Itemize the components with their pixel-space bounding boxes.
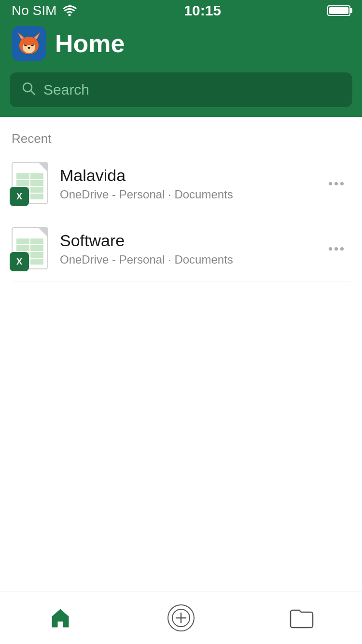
recent-section-label: Recent (12, 131, 350, 146)
doc-cell (16, 173, 29, 179)
tab-open[interactable] (241, 607, 362, 629)
battery-fill (329, 7, 348, 14)
doc-corner (39, 163, 47, 171)
carrier-text: No SIM (12, 3, 56, 18)
doc-cell (30, 194, 43, 199)
excel-file-icon: X (12, 227, 48, 269)
file-icon-malavida: X (12, 162, 50, 205)
doc-corner (39, 228, 47, 237)
file-name: Malavida (60, 166, 312, 185)
excel-badge: X (10, 187, 29, 206)
excel-file-icon: X (12, 162, 48, 204)
three-dots-icon (329, 182, 344, 185)
status-right (327, 5, 350, 16)
doc-cell (16, 238, 29, 244)
doc-cell (30, 252, 43, 258)
svg-point-9 (28, 47, 30, 49)
svg-line-12 (31, 91, 35, 95)
doc-cell (30, 245, 43, 251)
file-path: OneDrive - Personal · Documents (60, 253, 312, 266)
file-menu-button[interactable] (322, 177, 350, 190)
excel-x-label: X (16, 257, 22, 267)
doc-cell (30, 180, 43, 186)
status-time: 10:15 (184, 2, 221, 19)
battery-icon (327, 5, 350, 16)
tab-new[interactable] (121, 604, 241, 631)
status-left: No SIM (12, 3, 78, 18)
tab-home[interactable] (0, 606, 121, 630)
status-bar: No SIM 10:15 (0, 0, 362, 21)
home-tab-icon (48, 606, 72, 630)
search-container: Search (0, 72, 362, 117)
file-icon-software: X (12, 227, 50, 270)
page-title: Home (55, 29, 125, 58)
file-list: X Malavida OneDrive - Personal · Documen… (12, 151, 350, 281)
file-item[interactable]: X Malavida OneDrive - Personal · Documen… (12, 151, 350, 216)
svg-point-10 (21, 38, 37, 45)
file-info-malavida: Malavida OneDrive - Personal · Documents (60, 166, 312, 201)
file-name: Software (60, 231, 312, 250)
excel-x-label: X (16, 192, 22, 202)
app-logo (12, 26, 46, 61)
three-dots-icon (329, 247, 344, 251)
logo-svg (13, 27, 45, 60)
add-circle-icon (167, 604, 195, 631)
file-item[interactable]: X Software OneDrive - Personal · Documen… (12, 216, 350, 281)
search-bar[interactable]: Search (10, 72, 352, 107)
app-header: Home (0, 21, 362, 72)
search-placeholder[interactable]: Search (43, 82, 89, 98)
file-menu-button[interactable] (322, 242, 350, 255)
main-content: Recent X (0, 117, 362, 281)
excel-badge: X (10, 252, 29, 271)
wifi-icon (61, 5, 78, 16)
doc-cell (16, 245, 29, 251)
file-path: OneDrive - Personal · Documents (60, 188, 312, 201)
folder-tab-icon (290, 607, 314, 629)
doc-cell (16, 180, 29, 186)
doc-cell (30, 259, 43, 265)
doc-cell (30, 173, 43, 179)
file-info-software: Software OneDrive - Personal · Documents (60, 231, 312, 266)
search-icon (21, 81, 36, 99)
bottom-tab-bar (0, 591, 362, 644)
doc-cell (30, 187, 43, 193)
doc-cell (30, 238, 43, 244)
